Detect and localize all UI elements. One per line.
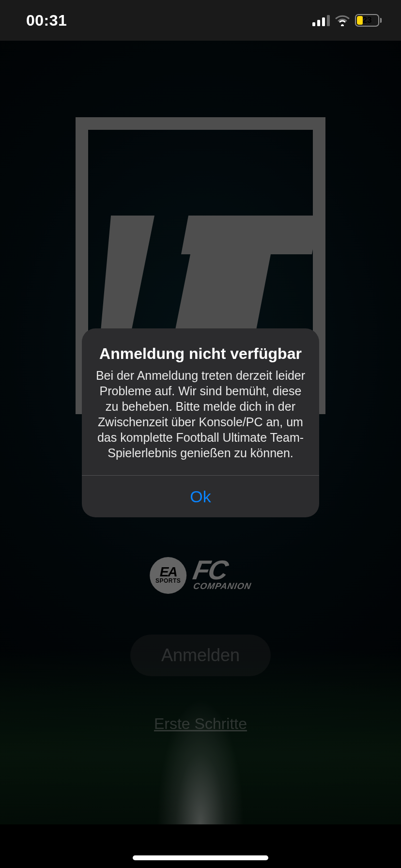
cellular-signal-icon [312,15,330,26]
svg-rect-0 [312,22,315,26]
bottom-bar [0,824,401,868]
status-time: 00:31 [26,12,67,30]
app-screen: 00:31 [0,0,401,868]
alert-title: Anmeldung nicht verfügbar [95,345,306,363]
alert-message: Bei der Anmeldung treten derzeit leider … [95,368,306,461]
wifi-icon [335,15,350,26]
home-indicator[interactable] [133,855,268,860]
battery-percent: 23 [356,15,378,26]
battery-icon: 23 [355,14,382,27]
svg-rect-3 [327,15,330,26]
alert-ok-button[interactable]: Ok [82,476,319,517]
svg-rect-2 [322,17,325,26]
svg-rect-1 [317,20,320,26]
alert-dialog: Anmeldung nicht verfügbar Bei der Anmeld… [82,328,319,517]
alert-content: Anmeldung nicht verfügbar Bei der Anmeld… [82,328,319,475]
status-indicators: 23 [312,14,382,27]
status-bar: 00:31 [0,0,401,41]
